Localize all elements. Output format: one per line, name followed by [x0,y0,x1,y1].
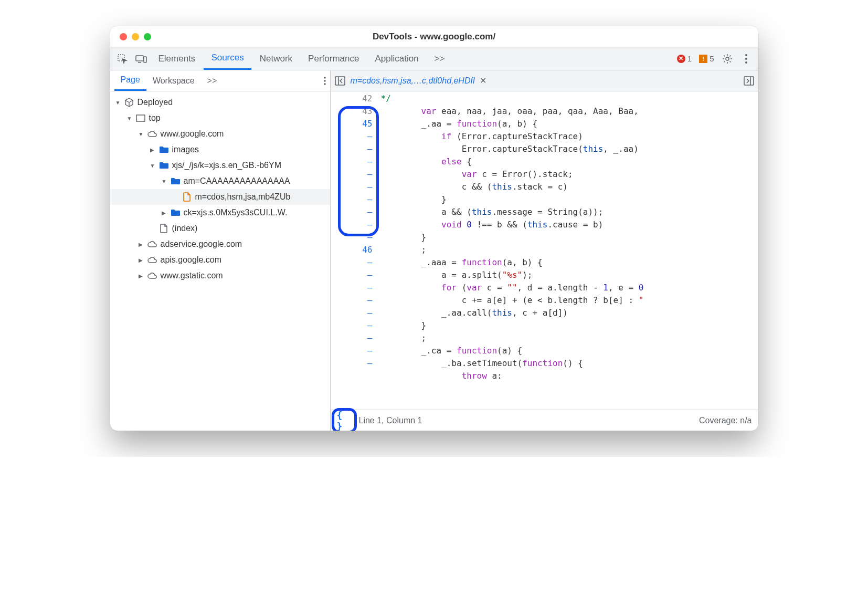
tree-item-label: top [149,113,161,123]
tree-item[interactable]: ▼xjs/_/js/k=xjs.s.en_GB.-b6YM [110,158,330,173]
navigator-overflow[interactable]: >> [201,70,224,91]
error-count[interactable]: ✕1 [674,54,695,63]
main-tab-network[interactable]: Network [252,47,300,70]
tree-item[interactable]: ▶apis.google.com [110,252,330,268]
toggle-navigator-icon[interactable] [335,76,345,86]
svg-point-10 [324,83,326,85]
tree-item-label: am=CAAAAAAAAAAAAAAA [184,176,290,186]
cloud-icon [147,256,157,264]
tree-item[interactable]: ▶www.gstatic.com [110,268,330,284]
svg-point-7 [745,61,747,64]
svg-point-4 [726,57,729,60]
frame-icon [135,114,146,122]
svg-point-6 [745,58,747,60]
tree-item-label: www.gstatic.com [161,271,223,280]
tree-item[interactable]: ▶ck=xjs.s.0Mx5ys3sCUI.L.W. [110,205,330,221]
close-tab-icon[interactable]: ✕ [480,76,486,86]
cursor-position: Line 1, Column 1 [359,416,422,425]
svg-point-5 [745,54,747,56]
main-tab-elements[interactable]: Elements [151,47,203,70]
tree-item-label: ck=xjs.s.0Mx5ys3sCUI.L.W. [184,208,288,217]
tree-item[interactable]: ▶images [110,142,330,158]
tree-item[interactable]: m=cdos,hsm,jsa,mb4ZUb [110,189,330,205]
tree-item[interactable]: (index) [110,221,330,236]
file-icon [158,224,169,233]
tree-item[interactable]: ▼www.google.com [110,126,330,142]
titlebar: DevTools - www.google.com/ [110,26,758,47]
code-view[interactable]: */ var eaa, naa, jaa, oaa, paa, qaa, Aaa… [378,91,758,410]
tree-item-label: adservice.google.com [161,239,242,249]
folder-blue-icon [158,162,169,169]
file-tree: ▼Deployed▼top▼www.google.com▶images▼xjs/… [110,91,330,431]
tree-item-label: Deployed [137,98,173,107]
folder-blue-icon [158,146,169,153]
tree-item-label: images [172,145,199,154]
tree-item[interactable]: ▼top [110,110,330,126]
main-tabstrip: ElementsSourcesNetworkPerformanceApplica… [110,47,758,70]
maximize-window[interactable] [144,33,151,40]
window-title: DevTools - www.google.com/ [110,32,758,42]
status-bar: { } Line 1, Column 1 Coverage: n/a [331,410,758,431]
tree-item[interactable]: ▶adservice.google.com [110,236,330,252]
tree-item-label: m=cdos,hsm,jsa,mb4ZUb [195,192,291,202]
coverage-status: Coverage: n/a [699,416,752,425]
cube-icon [124,98,134,107]
main-tab-application[interactable]: Application [367,47,426,70]
folder-blue-icon [170,178,181,185]
svg-point-8 [324,77,326,79]
editor-tab-bar: m=cdos,hsm,jsa,…c,dtl0hd,eHDfl ✕ [331,70,758,91]
svg-rect-11 [136,115,145,121]
more-menu-icon[interactable] [737,50,755,68]
svg-rect-1 [136,56,143,61]
svg-point-9 [324,80,326,82]
pretty-print-highlight [332,408,357,431]
navigator-tab-workspace[interactable]: Workspace [146,70,201,91]
tree-item-label: xjs/_/js/k=xjs.s.en_GB.-b6YM [172,161,282,170]
editor-tab[interactable]: m=cdos,hsm,jsa,…c,dtl0hd,eHDfl ✕ [345,76,492,86]
cloud-icon [147,241,157,248]
settings-icon[interactable] [718,50,736,68]
folder-blue-icon [170,209,181,216]
main-tab-performance[interactable]: Performance [301,47,366,70]
cloud-icon [147,130,157,138]
tree-item-label: apis.google.com [161,255,222,265]
file-orange-icon [182,192,192,202]
close-window[interactable] [120,33,127,40]
cloud-icon [147,272,157,279]
tree-item-label: (index) [172,224,198,233]
navigator-tab-page[interactable]: Page [114,70,146,91]
warning-count[interactable]: !5 [696,54,717,63]
main-tab-sources[interactable]: Sources [204,47,251,70]
tree-item[interactable]: ▼Deployed [110,95,330,110]
pretty-print-button[interactable]: { } [337,413,352,428]
navigator-menu-icon[interactable] [324,77,326,85]
toggle-debugger-icon[interactable] [744,76,754,86]
device-toolbar-icon[interactable] [132,50,150,68]
minimize-window[interactable] [132,33,139,40]
more-tabs[interactable]: >> [427,47,452,70]
tree-item-label: www.google.com [161,129,224,139]
navigator-pane: PageWorkspace >> ▼Deployed▼top▼www.googl… [110,70,331,431]
line-gutter[interactable]: 424345–––––––––46––––––––– [331,91,378,410]
svg-rect-3 [144,57,146,62]
tree-item[interactable]: ▼am=CAAAAAAAAAAAAAAA [110,173,330,189]
inspect-element-icon[interactable] [113,50,131,68]
